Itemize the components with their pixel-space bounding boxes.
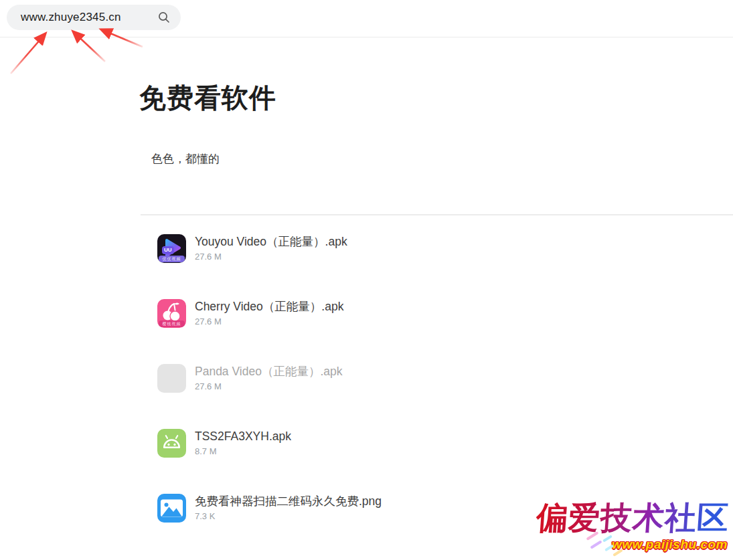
image-file-icon	[157, 494, 186, 523]
file-meta: Youyou Video（正能量）.apk 27.6 M	[195, 234, 347, 263]
file-name: TSS2FA3XYH.apk	[195, 429, 291, 444]
file-name: 免费看神器扫描二维码永久免费.png	[195, 494, 382, 509]
file-row-youyou[interactable]: UU 优优视频 Youyou Video（正能量）.apk 27.6 M	[157, 234, 347, 263]
file-size: 27.6 M	[195, 380, 343, 393]
search-input[interactable]: www.zhuye2345.cn	[21, 11, 158, 24]
streak	[602, 535, 613, 543]
file-list: UU 优优视频 Youyou Video（正能量）.apk 27.6 M	[139, 234, 733, 523]
file-name: Cherry Video（正能量）.apk	[195, 299, 343, 314]
watermark-url: www.paijishu.com	[536, 537, 728, 552]
file-name: Youyou Video（正能量）.apk	[195, 234, 347, 250]
file-meta: TSS2FA3XYH.apk 8.7 M	[195, 429, 291, 458]
uu-badge: UU	[162, 246, 174, 254]
placeholder-icon	[157, 364, 186, 393]
streak	[586, 531, 598, 541]
file-meta: Panda Video（正能量）.apk 27.6 M	[195, 364, 343, 393]
android-apk-icon	[157, 429, 186, 458]
file-name: Panda Video（正能量）.apk	[195, 364, 343, 379]
file-row-panda[interactable]: Panda Video（正能量）.apk 27.6 M	[157, 364, 343, 393]
search-bar[interactable]: www.zhuye2345.cn	[7, 5, 181, 30]
streak	[604, 545, 614, 552]
file-meta: 免费看神器扫描二维码永久免费.png 7.3 K	[195, 494, 382, 523]
streak	[613, 549, 623, 557]
cherry-icon-caption: 樱桃视频	[159, 320, 185, 327]
file-row-cherry[interactable]: 樱桃视频 Cherry Video（正能量）.apk 27.6 M	[157, 299, 343, 328]
file-size: 27.6 M	[195, 315, 343, 328]
file-row-tss[interactable]: TSS2FA3XYH.apk 8.7 M	[157, 429, 291, 458]
file-size: 7.3 K	[195, 510, 382, 523]
cherry-video-app-icon: 樱桃视频	[157, 299, 186, 328]
download-page: www.zhuye2345.cn	[0, 0, 733, 560]
streak	[590, 541, 602, 549]
top-bar: www.zhuye2345.cn	[0, 0, 733, 37]
youyou-icon-caption: 优优视频	[159, 256, 185, 262]
search-icon[interactable]	[158, 11, 170, 23]
file-row-qrcode-png[interactable]: 免费看神器扫描二维码永久免费.png 7.3 K	[157, 494, 382, 523]
folder-title: 免费看软件	[139, 82, 733, 114]
file-size: 27.6 M	[195, 250, 347, 263]
content-divider	[141, 214, 733, 215]
youyou-video-app-icon: UU 优优视频	[157, 234, 186, 263]
folder-content: 免费看软件 色色，都懂的	[0, 82, 733, 523]
watermark-streaks	[584, 533, 638, 560]
file-meta: Cherry Video（正能量）.apk 27.6 M	[195, 299, 343, 328]
file-size: 8.7 M	[195, 445, 291, 458]
folder-description: 色色，都懂的	[151, 151, 733, 167]
